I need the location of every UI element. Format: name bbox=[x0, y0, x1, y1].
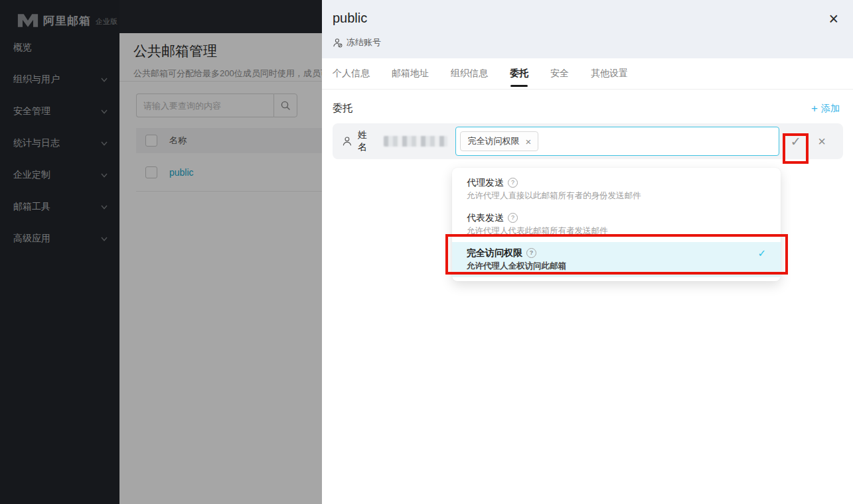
help-icon[interactable]: ? bbox=[508, 213, 518, 223]
detail-drawer: public 冻结账号 × 个人信息 邮箱地址 组织信息 委托 安全 其他设置 … bbox=[322, 0, 853, 504]
permission-tag-label: 完全访问权限 bbox=[467, 135, 519, 147]
delegation-section-header: 委托 + 添加 bbox=[322, 90, 853, 123]
app-root: 阿里邮箱 企业版 概览 组织与用户 安全管理 统计与日志 企业定制 bbox=[0, 0, 853, 504]
selected-check-icon: ✓ bbox=[757, 247, 766, 259]
plus-icon: + bbox=[811, 103, 818, 114]
section-title: 委托 bbox=[333, 102, 352, 115]
remove-tag-icon[interactable]: × bbox=[525, 137, 531, 147]
close-icon[interactable]: × bbox=[826, 8, 841, 30]
confirm-button[interactable]: ✓ bbox=[784, 127, 808, 156]
dropdown-option-send-on-behalf[interactable]: 代表发送 ? 允许代理人代表此邮箱所有者发送邮件 bbox=[452, 207, 781, 242]
drawer-title: public bbox=[333, 11, 842, 26]
tab-org-info[interactable]: 组织信息 bbox=[451, 58, 488, 89]
drawer-tabs: 个人信息 邮箱地址 组织信息 委托 安全 其他设置 bbox=[322, 58, 853, 90]
tab-other-settings[interactable]: 其他设置 bbox=[591, 58, 628, 89]
freeze-account-label: 冻结账号 bbox=[347, 36, 381, 48]
tab-personal-info[interactable]: 个人信息 bbox=[333, 58, 370, 89]
dropdown-option-send-as[interactable]: 代理发送 ? 允许代理人直接以此邮箱所有者的身份发送邮件 bbox=[452, 172, 781, 207]
cancel-button[interactable]: × bbox=[810, 127, 834, 156]
drawer-header: public 冻结账号 × bbox=[322, 0, 853, 58]
dropdown-option-full-access[interactable]: 完全访问权限 ? ✓ 允许代理人全权访问此邮箱 bbox=[452, 242, 781, 277]
user-icon bbox=[342, 136, 352, 147]
help-icon[interactable]: ? bbox=[508, 178, 518, 188]
tab-mail-address[interactable]: 邮箱地址 bbox=[392, 58, 429, 89]
tab-delegation[interactable]: 委托 bbox=[510, 58, 528, 89]
freeze-account-button[interactable]: 冻结账号 bbox=[333, 36, 381, 48]
name-label: 姓名 bbox=[358, 129, 376, 153]
tab-security[interactable]: 安全 bbox=[550, 58, 569, 89]
add-delegation-button[interactable]: + 添加 bbox=[811, 103, 840, 115]
permission-dropdown: 代理发送 ? 允许代理人直接以此邮箱所有者的身份发送邮件 代表发送 ? 允许代理… bbox=[452, 168, 781, 281]
redacted-name bbox=[384, 136, 447, 147]
help-icon[interactable]: ? bbox=[526, 248, 536, 258]
delegation-row: 姓名 完全访问权限 × ✓ × bbox=[333, 123, 843, 159]
freeze-account-icon bbox=[333, 38, 343, 48]
permission-select[interactable]: 完全访问权限 × bbox=[455, 127, 779, 156]
add-label: 添加 bbox=[821, 103, 840, 115]
permission-tag: 完全访问权限 × bbox=[460, 131, 538, 151]
